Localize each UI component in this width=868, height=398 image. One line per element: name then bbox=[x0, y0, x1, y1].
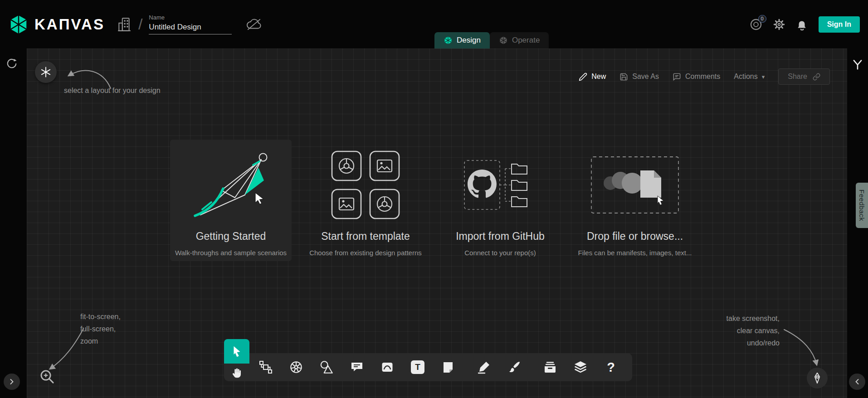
tab-design[interactable]: Design bbox=[434, 32, 490, 49]
path-separator: / bbox=[138, 15, 142, 33]
save-as-button[interactable]: Save As bbox=[619, 73, 659, 81]
getting-started-illustration bbox=[170, 140, 292, 230]
workspace: select a layout for your design New Save… bbox=[0, 49, 868, 398]
app-header: KAΠVAS / Name Design bbox=[0, 0, 868, 49]
cursor-tool-button[interactable] bbox=[224, 339, 249, 364]
save-as-label: Save As bbox=[632, 73, 659, 81]
feedback-tab[interactable]: Feedback bbox=[856, 183, 868, 228]
rocket-illustration bbox=[179, 148, 283, 223]
getting-started-card[interactable]: Getting Started Walk-throughs and sample… bbox=[170, 140, 292, 261]
chevron-left-icon bbox=[853, 377, 862, 386]
new-button[interactable]: New bbox=[579, 73, 606, 81]
tab-design-label: Design bbox=[457, 36, 481, 45]
pen-nib-icon bbox=[810, 371, 824, 385]
whiteboard-icon bbox=[380, 360, 395, 374]
design-name-field: Name bbox=[149, 14, 232, 34]
zoom-button[interactable] bbox=[38, 368, 57, 387]
credits-badge: 0 bbox=[758, 15, 766, 23]
comments-button[interactable]: Comments bbox=[673, 73, 720, 81]
kubernetes-tool-button[interactable] bbox=[286, 357, 306, 377]
canvas-actions-hints-text: take screenshot, clear canvas, undo/redo bbox=[684, 312, 780, 349]
logo-text: KAΠVAS bbox=[34, 16, 105, 33]
operate-tab-icon bbox=[499, 36, 508, 45]
hint-line: take screenshot, bbox=[684, 312, 780, 325]
shapes-icon bbox=[319, 359, 334, 375]
comment-bubble-icon bbox=[673, 73, 681, 81]
template-tiles-illustration bbox=[329, 149, 402, 221]
template-illustration bbox=[305, 140, 426, 230]
sticky-note-icon bbox=[441, 360, 455, 374]
sign-in-button[interactable]: Sign In bbox=[819, 16, 860, 33]
new-label: New bbox=[591, 73, 606, 81]
card-subtitle: Choose from existing design patterns bbox=[309, 249, 422, 257]
comment-tool-icon bbox=[350, 360, 364, 374]
layers-tool-button[interactable] bbox=[571, 357, 590, 377]
whiteboard-tool-button[interactable] bbox=[377, 357, 397, 377]
layout-hint-text: select a layout for your design bbox=[64, 87, 161, 95]
shapes-tool-button[interactable] bbox=[317, 357, 336, 377]
notifications-bell-icon[interactable] bbox=[796, 19, 808, 30]
mode-tabs: Design Operate bbox=[434, 32, 549, 49]
right-rail: Feedback bbox=[847, 49, 868, 398]
card-subtitle: Files can be manifests, images, text... bbox=[578, 249, 692, 257]
tab-operate-label: Operate bbox=[512, 36, 540, 45]
share-label: Share bbox=[788, 73, 807, 81]
help-tool-button[interactable]: ? bbox=[601, 357, 621, 377]
pen-tool-button[interactable] bbox=[807, 368, 828, 388]
annotate-pen-tool-button[interactable] bbox=[474, 357, 494, 377]
credits-button[interactable]: 0 bbox=[750, 18, 762, 31]
kanvas-logo: KAΠVAS bbox=[8, 14, 105, 35]
brush-icon bbox=[507, 360, 522, 374]
text-tool-button[interactable]: T bbox=[408, 357, 428, 377]
kanvas-y-icon[interactable] bbox=[852, 58, 863, 70]
card-subtitle: Walk-throughs and sample scenarios bbox=[175, 249, 287, 257]
layers-icon bbox=[573, 360, 588, 374]
card-title: Getting Started bbox=[196, 230, 266, 243]
starter-cards: Getting Started Walk-throughs and sample… bbox=[170, 140, 696, 261]
components-tool-button[interactable] bbox=[256, 357, 276, 377]
github-illustration bbox=[439, 140, 561, 230]
design-name-input[interactable] bbox=[149, 22, 232, 34]
text-tool-glyph: T bbox=[415, 362, 420, 372]
organization-building-icon[interactable] bbox=[117, 17, 131, 32]
card-subtitle: Connect to your repo(s) bbox=[464, 249, 536, 257]
layout-selector-button[interactable] bbox=[35, 61, 57, 83]
hint-line: zoom bbox=[80, 335, 121, 347]
brush-tool-button[interactable] bbox=[504, 357, 524, 377]
hint-line: fit-to-screen, bbox=[80, 311, 121, 323]
hint-line: clear canvas, bbox=[684, 325, 780, 337]
left-rail bbox=[0, 49, 27, 398]
actions-dropdown[interactable]: Actions ▾ bbox=[734, 73, 765, 81]
chevron-right-icon bbox=[7, 377, 16, 386]
magnifier-zoom-icon bbox=[39, 368, 56, 385]
tab-operate[interactable]: Operate bbox=[490, 32, 549, 49]
share-button[interactable]: Share bbox=[778, 68, 830, 85]
settings-gear-icon[interactable] bbox=[773, 19, 785, 30]
zoom-hints-text: fit-to-screen, full-screen, zoom bbox=[80, 311, 121, 347]
design-canvas[interactable]: select a layout for your design New Save… bbox=[27, 49, 847, 398]
header-actions: 0 Sign In bbox=[750, 16, 860, 33]
sync-spiral-icon[interactable] bbox=[6, 58, 18, 69]
start-from-template-card[interactable]: Start from template Choose from existing… bbox=[305, 140, 426, 261]
card-title: Start from template bbox=[321, 230, 410, 243]
cloud-offline-icon[interactable] bbox=[245, 18, 263, 31]
hint-line: undo/redo bbox=[684, 337, 780, 349]
kubernetes-wheel-icon bbox=[288, 359, 304, 375]
drop-file-card[interactable]: Drop file or browse... Files can be mani… bbox=[574, 140, 696, 261]
drawer-tool-button[interactable] bbox=[540, 357, 560, 377]
note-tool-button[interactable] bbox=[438, 357, 458, 377]
github-repos-illustration bbox=[461, 157, 540, 214]
comments-label: Comments bbox=[685, 73, 720, 81]
save-floppy-icon bbox=[619, 73, 628, 81]
comment-tool-button[interactable] bbox=[347, 357, 367, 377]
import-from-github-card[interactable]: Import from GitHub Connect to your repo(… bbox=[439, 140, 561, 261]
help-question-icon: ? bbox=[607, 360, 615, 375]
components-flow-icon bbox=[258, 360, 273, 374]
annotate-pen-icon bbox=[477, 360, 491, 374]
drawer-archive-icon bbox=[543, 360, 557, 374]
expand-left-panel-button[interactable] bbox=[4, 374, 20, 390]
mouse-cursor-icon bbox=[254, 192, 265, 205]
pan-hand-tool-button[interactable] bbox=[227, 364, 247, 382]
hand-grab-icon bbox=[230, 366, 244, 380]
collapse-right-panel-button[interactable] bbox=[849, 374, 865, 390]
